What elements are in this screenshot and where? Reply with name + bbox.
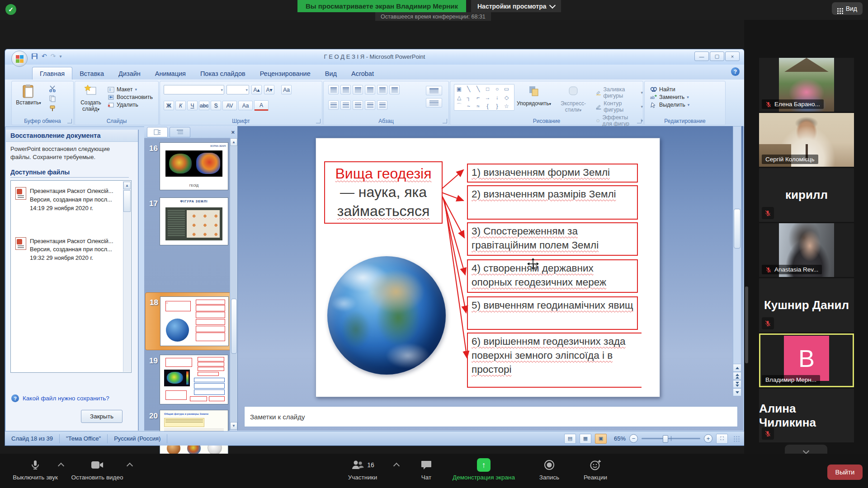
previous-slide-button[interactable] [733, 372, 741, 380]
decrease-indent-button[interactable] [353, 85, 363, 94]
strikethrough-button[interactable]: abc [199, 101, 209, 110]
numbering-button[interactable] [340, 85, 351, 94]
save-icon[interactable] [31, 53, 38, 60]
replace-button[interactable]: ab Заменить▾ [650, 94, 689, 100]
tab-design[interactable]: Дизайн [111, 67, 148, 80]
participant-tile[interactable]: Кушнир Данил [759, 278, 854, 332]
align-right-button[interactable] [353, 100, 363, 110]
next-slide-button[interactable] [733, 380, 741, 388]
close-button[interactable]: × [725, 52, 740, 61]
office-button[interactable] [11, 51, 28, 67]
shape-fill-button[interactable]: Заливка фигуры▾ [596, 86, 643, 99]
character-spacing-button[interactable]: AV [222, 101, 237, 110]
increase-indent-button[interactable] [365, 85, 375, 94]
tab-animation[interactable]: Анимация [148, 67, 193, 80]
zoom-in-button[interactable]: + [704, 434, 712, 443]
participant-tile[interactable]: кирилл [759, 168, 854, 222]
scroll-up-icon[interactable]: ▲ [123, 182, 131, 189]
text-shadow-button[interactable]: S [211, 101, 221, 110]
bold-button[interactable]: Ж [164, 101, 174, 110]
mute-button[interactable]: Выключить звук [6, 458, 64, 481]
thumb-scroll-down-icon[interactable]: ▼ [230, 422, 237, 430]
align-left-button[interactable] [328, 100, 339, 110]
shape-icon[interactable]: □ [483, 84, 492, 93]
shape-outline-button[interactable]: Контур фигуры▾ [596, 100, 643, 113]
normal-view-button[interactable]: ▤ [564, 434, 576, 444]
security-shield-icon[interactable]: ✓ [5, 4, 16, 15]
shape-icon[interactable]: ≈ [473, 102, 483, 110]
slide-scroll-thumb[interactable] [734, 209, 741, 249]
shape-icon[interactable]: ╲ [473, 84, 483, 93]
share-screen-button[interactable]: ↑ Демонстрация экрана [445, 458, 522, 481]
earth-image[interactable] [327, 256, 446, 375]
zoom-slider-thumb[interactable] [663, 435, 668, 443]
shrink-font-button[interactable]: A▾ [264, 85, 274, 94]
bullets-button[interactable] [328, 85, 339, 94]
text-direction-button[interactable] [389, 85, 400, 94]
participants-button[interactable]: 16 Участники [335, 458, 390, 481]
thumbnail-slide-19[interactable]: 19 [146, 355, 228, 404]
scroll-thumb[interactable] [123, 190, 131, 212]
zoom-out-button[interactable]: − [629, 434, 638, 443]
chat-button[interactable]: Чат [410, 458, 442, 481]
find-button[interactable]: Найти [650, 86, 689, 93]
participant-tile-active-speaker[interactable]: B Владимир Мерн... [759, 333, 854, 387]
camera-options-chevron[interactable] [127, 463, 133, 469]
shape-icon[interactable]: ◇ [502, 93, 511, 102]
clear-formatting-button[interactable]: Aa [281, 85, 292, 94]
strip-scrollbar[interactable] [745, 286, 748, 363]
undo-icon[interactable]: ↶ [42, 52, 47, 60]
shape-icon[interactable]: { [483, 102, 492, 110]
shape-icon[interactable]: ☆ [502, 102, 511, 110]
shape-icon[interactable]: ○ [492, 84, 502, 93]
slide-item-5[interactable]: 5) вивченням геодинамічних явищ [467, 296, 638, 330]
slide-item-1[interactable]: 1) визначенням форми Землі [467, 164, 638, 183]
select-button[interactable]: Выделить▾ [650, 102, 689, 108]
shapes-gallery[interactable]: ▣ ╲ ╲ □ ○ ▭ △ ┐ ⌐ → ↓ ◇ ⌒ ~ ≈ { } [454, 84, 514, 111]
shape-icon[interactable]: ⌒ [454, 102, 464, 110]
copy-icon[interactable] [49, 95, 56, 102]
align-center-button[interactable] [340, 100, 351, 110]
shape-icon[interactable]: ┐ [464, 93, 473, 102]
shape-icon[interactable]: ⌐ [473, 93, 483, 102]
minimize-button[interactable]: — [694, 52, 709, 61]
slide-vertical-scrollbar[interactable] [733, 126, 741, 396]
recovery-scrollbar[interactable]: ▲ [123, 181, 131, 372]
underline-button[interactable]: Ч [187, 101, 198, 110]
fit-to-window-button[interactable]: ⛶ [716, 434, 728, 444]
italic-button[interactable]: К [175, 101, 186, 110]
participant-tile[interactable]: Сергій Коломієць [759, 113, 854, 167]
align-text-button[interactable] [426, 98, 442, 108]
shape-icon[interactable]: ~ [464, 102, 473, 110]
tab-review[interactable]: Рецензирование [253, 67, 318, 80]
slideshow-button[interactable]: ▣ [595, 434, 607, 444]
participant-tile[interactable]: Алина Чиликина [759, 389, 854, 442]
shape-icon[interactable]: → [483, 93, 492, 102]
participant-tile[interactable]: Anastasia Rev... [759, 223, 854, 277]
shape-icon[interactable]: ╲ [464, 84, 473, 93]
close-thumbnails-icon[interactable]: × [231, 129, 235, 136]
thumbnail-slide-16[interactable]: 16 ФОРМА ЗЕМЛІ ГЕОЇД [146, 142, 228, 190]
tab-outline-view[interactable] [170, 127, 190, 137]
font-color-button[interactable]: А [254, 100, 269, 111]
recovery-question[interactable]: ? Какой файл нужно сохранить? [11, 394, 109, 402]
recovery-file-item[interactable]: Презентация Раскот Олексій... Версия, со… [11, 181, 131, 216]
font-dialog-launcher[interactable] [316, 119, 321, 123]
slide-item-2[interactable]: 2) визначенням размірів Землі [467, 185, 638, 220]
thumb-scroll-up-icon[interactable]: ▲ [230, 138, 237, 146]
recovery-file-item[interactable]: Презентация Раскот Олексій... Версия, со… [11, 231, 131, 266]
title-bar[interactable]: Г Е О Д Е З І Я - Microsoft PowerPoint —… [5, 49, 744, 65]
shape-icon[interactable]: ↓ [492, 93, 502, 102]
reactions-button[interactable]: Реакции [575, 458, 616, 481]
tab-acrobat[interactable]: Acrobat [344, 67, 381, 80]
reset-button[interactable]: Восстановить [108, 94, 153, 100]
participants-options-chevron[interactable] [393, 463, 400, 469]
shape-icon[interactable]: ▭ [502, 84, 511, 93]
clipboard-dialog-launcher[interactable] [67, 119, 72, 123]
shape-icon[interactable]: } [492, 102, 502, 110]
columns-button[interactable] [377, 100, 387, 110]
slide-item-6[interactable]: 6) вирішенням геодезичних зада поверхні … [467, 333, 642, 388]
paste-button[interactable]: Вставить▾ [15, 84, 42, 106]
format-painter-icon[interactable] [49, 105, 56, 112]
slide-canvas[interactable]: Вища геодезія — наука, яка займаєтьсяся … [316, 138, 660, 397]
